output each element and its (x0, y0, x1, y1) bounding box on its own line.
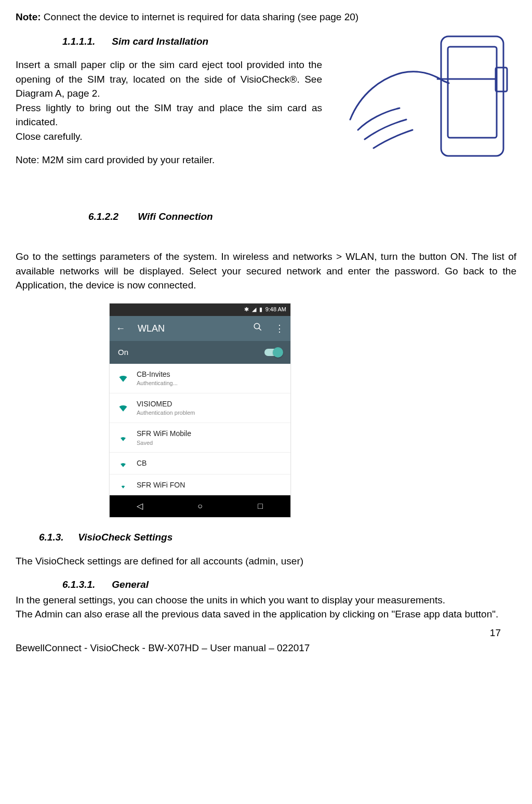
wifi-network-list: CB-Invites Authenticating... VISIOMED Au… (110, 364, 290, 495)
heading-general: 6.1.3.1. General (62, 577, 516, 592)
general-para-1: In the general settings, you can choose … (16, 593, 516, 608)
wlan-app-bar: ← WLAN ⋮ (110, 316, 290, 341)
wifi-network-item[interactable]: SFR WiFi FON (110, 475, 290, 495)
heading-title: Wifi Connection (138, 211, 212, 222)
heading-number: 6.1.3.1. (62, 577, 109, 592)
wifi-status: Authenticating... (137, 379, 178, 388)
wifi-network-item[interactable]: CB-Invites Authenticating... (110, 364, 290, 393)
wifi-icon (118, 403, 128, 413)
page-number: 17 (16, 626, 501, 640)
wifi-ssid: SFR WiFi Mobile (137, 428, 191, 439)
bluetooth-icon: ✱ (244, 306, 249, 314)
wlan-toggle-row[interactable]: On (110, 341, 290, 364)
wifi-network-item[interactable]: VISIOMED Authentication problem (110, 393, 290, 423)
wifi-ssid: CB (137, 458, 147, 468)
wifi-network-item[interactable]: SFR WiFi Mobile Saved (110, 423, 290, 453)
top-note: Note: Connect the device to internet is … (16, 10, 516, 24)
note-text: Connect the device to internet is requir… (41, 11, 359, 22)
nav-home-icon[interactable]: ○ (192, 500, 208, 512)
nav-recents-icon[interactable]: □ (252, 500, 268, 512)
wlan-switch[interactable] (264, 349, 282, 356)
status-time: 9:48 AM (265, 306, 286, 314)
svg-line-5 (259, 328, 261, 331)
heading-title: Sim card Installation (112, 36, 208, 47)
wifi-status: Authentication problem (137, 409, 195, 417)
android-status-bar: ✱ ◢ ▮ 9:48 AM (110, 304, 290, 316)
wifi-para: Go to the settings parameters of the sys… (16, 249, 516, 293)
wifi-icon (118, 373, 128, 384)
android-nav-bar: ◁ ○ □ (110, 495, 290, 517)
note-label: Note: (16, 11, 41, 22)
footer-text: BewellConnect - VisioCheck - BW-X07HD – … (16, 641, 516, 655)
svg-rect-1 (448, 47, 497, 138)
sim-para-1: Insert a small paper clip or the sim car… (16, 58, 322, 101)
settings-para: The VisioCheck settings are defined for … (16, 554, 516, 569)
heading-wifi-connection: 6.1.2.2 Wifi Connection (88, 209, 516, 224)
search-icon[interactable] (253, 322, 262, 335)
wifi-ssid: VISIOMED (137, 399, 195, 409)
wifi-icon (118, 458, 128, 469)
heading-visiocheck-settings: 6.1.3. VisioCheck Settings (39, 530, 516, 545)
sim-para-4: Note: M2M sim card provided by your reta… (16, 153, 322, 167)
sim-para-3: Close carefully. (16, 129, 322, 144)
back-icon[interactable]: ← (116, 322, 125, 335)
wifi-ssid: CB-Invites (137, 369, 178, 379)
nav-back-icon[interactable]: ◁ (132, 500, 148, 512)
wlan-screenshot: ✱ ◢ ▮ 9:48 AM ← WLAN ⋮ On CB-Invites Aut… (109, 303, 291, 518)
heading-title: General (112, 579, 149, 590)
battery-icon: ▮ (259, 306, 262, 314)
sim-para-2: Press lightly to bring out the SIM tray … (16, 101, 322, 129)
toggle-label: On (118, 347, 128, 358)
wifi-network-item[interactable]: CB (110, 453, 290, 474)
heading-number: 6.1.3. (39, 530, 75, 545)
more-icon[interactable]: ⋮ (275, 322, 284, 335)
wifi-status: Saved (137, 439, 191, 447)
wifi-icon (118, 480, 128, 490)
heading-number: 6.1.2.2 (88, 209, 135, 224)
heading-title: VisioCheck Settings (78, 532, 172, 543)
svg-point-4 (254, 323, 260, 329)
heading-number: 1.1.1.1. (62, 34, 109, 49)
wifi-ssid: SFR WiFi FON (137, 480, 185, 490)
general-para-2: The Admin can also erase all the previou… (16, 607, 516, 622)
app-bar-title: WLAN (138, 322, 165, 335)
signal-icon: ◢ (252, 306, 256, 314)
wifi-icon (118, 432, 128, 443)
sim-install-illustration (340, 31, 511, 164)
